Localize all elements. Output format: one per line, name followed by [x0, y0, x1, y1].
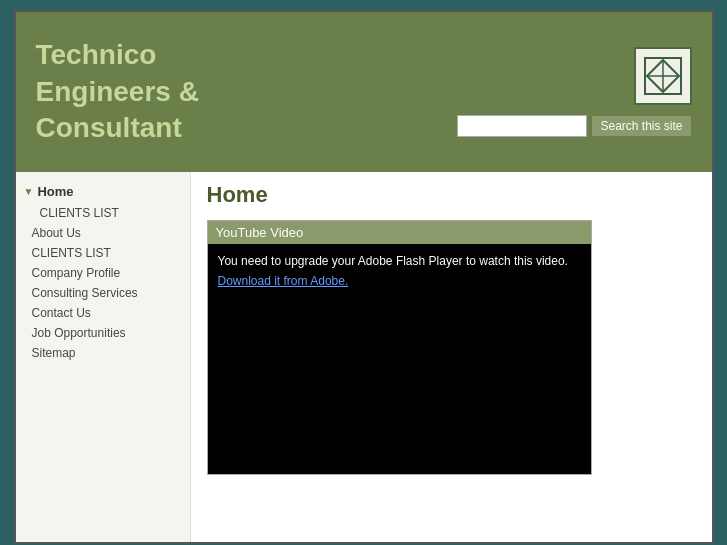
sidebar-item-company-profile[interactable]: Company Profile	[16, 263, 190, 283]
page-title: Home	[207, 182, 696, 208]
sidebar-item-clients-list-sub[interactable]: CLIENTS LIST	[16, 203, 190, 223]
sidebar-item-job-opportunities[interactable]: Job Opportunities	[16, 323, 190, 343]
download-flash-link[interactable]: Download it from Adobe.	[218, 274, 581, 288]
sidebar-item-about-us[interactable]: About Us	[16, 223, 190, 243]
sidebar-item-contact-us[interactable]: Contact Us	[16, 303, 190, 323]
search-input[interactable]	[457, 115, 587, 137]
sidebar: ▼ Home CLIENTS LIST About Us CLIENTS LIS…	[16, 172, 191, 542]
search-bar: Search this site	[457, 115, 691, 137]
logo-icon	[643, 56, 683, 96]
flash-upgrade-message: You need to upgrade your Adobe Flash Pla…	[218, 254, 581, 268]
main-content: Home YouTube Video You need to upgrade y…	[191, 172, 712, 542]
site-title: Technico Engineers & Consultant	[36, 37, 199, 146]
search-button[interactable]: Search this site	[591, 115, 691, 137]
site-logo	[634, 47, 692, 105]
page-container: Technico Engineers & Consultant Search t…	[14, 10, 714, 544]
main-layout: ▼ Home CLIENTS LIST About Us CLIENTS LIS…	[16, 172, 712, 542]
sidebar-item-sitemap[interactable]: Sitemap	[16, 343, 190, 363]
sidebar-item-home[interactable]: ▼ Home	[16, 180, 190, 203]
sidebar-item-consulting-services[interactable]: Consulting Services	[16, 283, 190, 303]
sidebar-item-clients-list[interactable]: CLIENTS LIST	[16, 243, 190, 263]
video-area: You need to upgrade your Adobe Flash Pla…	[208, 244, 591, 474]
header-right: Search this site	[457, 47, 691, 137]
home-arrow-icon: ▼	[24, 186, 34, 197]
youtube-widget: YouTube Video You need to upgrade your A…	[207, 220, 592, 475]
site-header: Technico Engineers & Consultant Search t…	[16, 12, 712, 172]
youtube-header: YouTube Video	[208, 221, 591, 244]
